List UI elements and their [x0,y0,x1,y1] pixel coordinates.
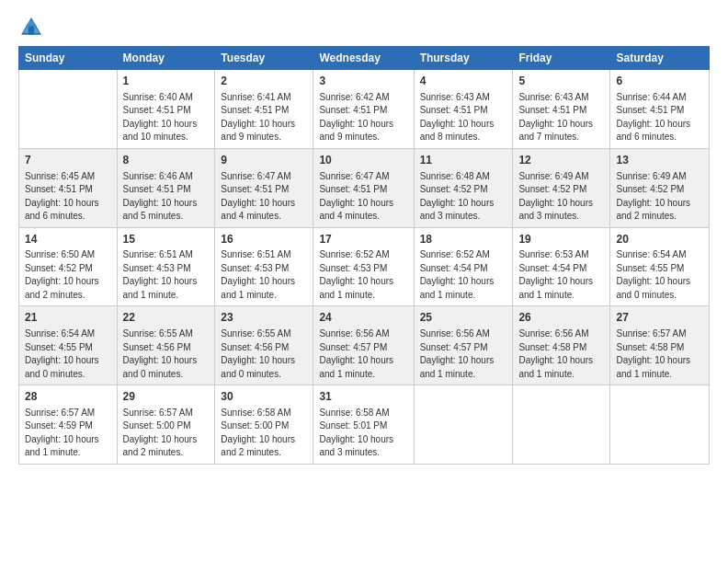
svg-rect-2 [28,26,34,34]
day-number: 19 [518,232,604,247]
calendar-cell: 2Sunrise: 6:41 AM Sunset: 4:51 PM Daylig… [215,70,313,149]
header [18,15,710,40]
calendar-cell: 27Sunrise: 6:57 AM Sunset: 4:58 PM Dayli… [610,306,710,385]
calendar-cell [610,385,710,465]
day-info: Sunrise: 6:52 AM Sunset: 4:54 PM Dayligh… [420,248,507,302]
calendar-cell: 8Sunrise: 6:46 AM Sunset: 4:51 PM Daylig… [117,148,215,227]
day-info: Sunrise: 6:40 AM Sunset: 4:51 PM Dayligh… [123,91,210,144]
calendar-cell: 18Sunrise: 6:52 AM Sunset: 4:54 PM Dayli… [414,227,513,306]
weekday-header-wednesday: Wednesday [313,47,414,70]
day-number: 18 [420,232,507,247]
day-info: Sunrise: 6:52 AM Sunset: 4:53 PM Dayligh… [319,248,407,302]
day-number: 30 [221,389,307,405]
calendar-cell: 5Sunrise: 6:43 AM Sunset: 4:51 PM Daylig… [513,70,610,149]
day-number: 5 [518,74,604,89]
day-info: Sunrise: 6:47 AM Sunset: 4:51 PM Dayligh… [319,170,407,224]
calendar-cell: 9Sunrise: 6:47 AM Sunset: 4:51 PM Daylig… [215,148,313,227]
day-info: Sunrise: 6:51 AM Sunset: 4:53 PM Dayligh… [221,248,307,302]
weekday-header-sunday: Sunday [19,47,118,70]
day-info: Sunrise: 6:49 AM Sunset: 4:52 PM Dayligh… [518,170,604,224]
day-info: Sunrise: 6:51 AM Sunset: 4:53 PM Dayligh… [123,248,210,302]
day-info: Sunrise: 6:43 AM Sunset: 4:51 PM Dayligh… [420,91,507,144]
day-number: 23 [221,310,307,326]
svg-marker-3 [26,19,37,27]
calendar-cell: 15Sunrise: 6:51 AM Sunset: 4:53 PM Dayli… [117,227,215,306]
calendar-cell: 29Sunrise: 6:57 AM Sunset: 5:00 PM Dayli… [117,385,215,465]
page-container: SundayMondayTuesdayWednesdayThursdayFrid… [0,0,728,474]
day-number: 25 [420,310,507,326]
calendar-body: 1Sunrise: 6:40 AM Sunset: 4:51 PM Daylig… [19,70,710,465]
day-number: 16 [221,232,307,247]
day-number: 31 [319,389,407,405]
day-number: 24 [319,310,407,326]
weekday-header-thursday: Thursday [414,47,513,70]
calendar-cell: 13Sunrise: 6:49 AM Sunset: 4:52 PM Dayli… [610,148,710,227]
day-info: Sunrise: 6:58 AM Sunset: 5:01 PM Dayligh… [319,407,407,460]
weekday-header-saturday: Saturday [610,47,710,70]
day-info: Sunrise: 6:46 AM Sunset: 4:51 PM Dayligh… [123,170,210,224]
calendar-cell: 11Sunrise: 6:48 AM Sunset: 4:52 PM Dayli… [414,148,513,227]
day-info: Sunrise: 6:50 AM Sunset: 4:52 PM Dayligh… [25,248,111,302]
day-info: Sunrise: 6:49 AM Sunset: 4:52 PM Dayligh… [616,170,703,224]
day-number: 4 [420,74,507,89]
calendar-cell [513,385,610,465]
day-info: Sunrise: 6:42 AM Sunset: 4:51 PM Dayligh… [319,91,407,144]
day-number: 20 [616,232,703,247]
day-number: 6 [616,74,703,89]
day-number: 26 [518,310,604,326]
calendar-cell: 31Sunrise: 6:58 AM Sunset: 5:01 PM Dayli… [313,385,414,465]
day-info: Sunrise: 6:57 AM Sunset: 5:00 PM Dayligh… [123,407,210,460]
day-info: Sunrise: 6:58 AM Sunset: 5:00 PM Dayligh… [221,407,307,460]
day-info: Sunrise: 6:47 AM Sunset: 4:51 PM Dayligh… [221,170,307,224]
weekday-header-monday: Monday [117,47,215,70]
day-info: Sunrise: 6:56 AM Sunset: 4:57 PM Dayligh… [420,327,507,381]
day-number: 1 [123,74,210,89]
calendar-cell: 22Sunrise: 6:55 AM Sunset: 4:56 PM Dayli… [117,306,215,385]
calendar-cell: 25Sunrise: 6:56 AM Sunset: 4:57 PM Dayli… [414,306,513,385]
day-number: 2 [221,74,307,89]
day-number: 29 [123,389,210,405]
day-number: 11 [420,153,507,168]
logo [18,15,48,40]
day-info: Sunrise: 6:43 AM Sunset: 4:51 PM Dayligh… [518,91,604,144]
calendar-week-row: 28Sunrise: 6:57 AM Sunset: 4:59 PM Dayli… [19,385,710,465]
calendar-cell: 19Sunrise: 6:53 AM Sunset: 4:54 PM Dayli… [513,227,610,306]
day-number: 13 [616,153,703,168]
logo-icon [18,15,44,40]
day-number: 28 [25,389,111,405]
day-number: 8 [123,153,210,168]
calendar-cell: 1Sunrise: 6:40 AM Sunset: 4:51 PM Daylig… [117,70,215,149]
calendar-cell: 26Sunrise: 6:56 AM Sunset: 4:58 PM Dayli… [513,306,610,385]
day-info: Sunrise: 6:57 AM Sunset: 4:59 PM Dayligh… [25,407,111,460]
weekday-header-row: SundayMondayTuesdayWednesdayThursdayFrid… [19,47,710,70]
day-info: Sunrise: 6:56 AM Sunset: 4:58 PM Dayligh… [518,327,604,381]
calendar-cell: 24Sunrise: 6:56 AM Sunset: 4:57 PM Dayli… [313,306,414,385]
day-info: Sunrise: 6:54 AM Sunset: 4:55 PM Dayligh… [25,327,111,381]
day-info: Sunrise: 6:45 AM Sunset: 4:51 PM Dayligh… [25,170,111,224]
calendar-cell: 23Sunrise: 6:55 AM Sunset: 4:56 PM Dayli… [215,306,313,385]
calendar-cell: 3Sunrise: 6:42 AM Sunset: 4:51 PM Daylig… [313,70,414,149]
calendar-cell: 7Sunrise: 6:45 AM Sunset: 4:51 PM Daylig… [19,148,118,227]
day-number: 3 [319,74,407,89]
calendar-week-row: 21Sunrise: 6:54 AM Sunset: 4:55 PM Dayli… [19,306,710,385]
day-number: 14 [25,232,111,247]
calendar-week-row: 1Sunrise: 6:40 AM Sunset: 4:51 PM Daylig… [19,70,710,149]
day-number: 27 [616,310,703,326]
calendar-cell: 21Sunrise: 6:54 AM Sunset: 4:55 PM Dayli… [19,306,118,385]
weekday-header-friday: Friday [513,47,610,70]
calendar-cell: 12Sunrise: 6:49 AM Sunset: 4:52 PM Dayli… [513,148,610,227]
day-number: 10 [319,153,407,168]
calendar-cell [19,70,118,149]
day-info: Sunrise: 6:41 AM Sunset: 4:51 PM Dayligh… [221,91,307,144]
day-number: 21 [25,310,111,326]
calendar-cell: 28Sunrise: 6:57 AM Sunset: 4:59 PM Dayli… [19,385,118,465]
day-number: 22 [123,310,210,326]
day-info: Sunrise: 6:48 AM Sunset: 4:52 PM Dayligh… [420,170,507,224]
calendar-cell: 6Sunrise: 6:44 AM Sunset: 4:51 PM Daylig… [610,70,710,149]
day-info: Sunrise: 6:55 AM Sunset: 4:56 PM Dayligh… [123,327,210,381]
calendar-cell: 17Sunrise: 6:52 AM Sunset: 4:53 PM Dayli… [313,227,414,306]
day-info: Sunrise: 6:55 AM Sunset: 4:56 PM Dayligh… [221,327,307,381]
calendar-cell [414,385,513,465]
calendar-week-row: 14Sunrise: 6:50 AM Sunset: 4:52 PM Dayli… [19,227,710,306]
day-info: Sunrise: 6:54 AM Sunset: 4:55 PM Dayligh… [616,248,703,302]
